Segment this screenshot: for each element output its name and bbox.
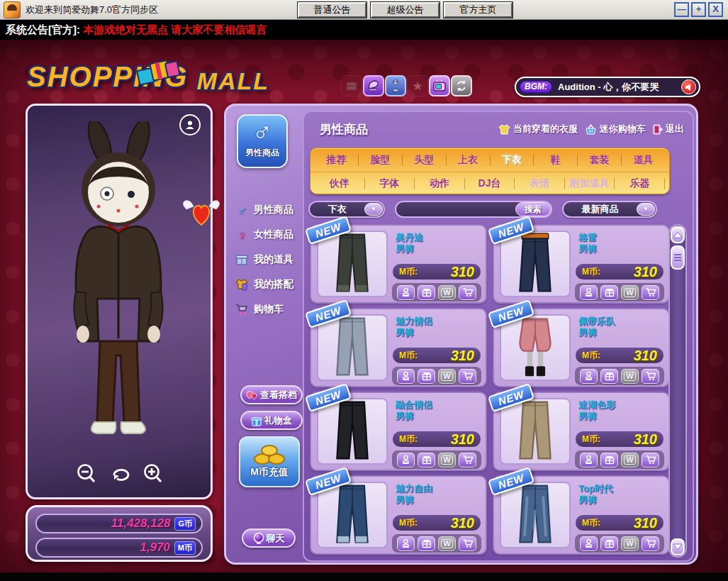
titlebar-button-3[interactable]: 官方主页	[444, 2, 513, 18]
refresh-arrows-icon[interactable]	[451, 75, 472, 96]
chevron-down-icon[interactable]: ▼	[637, 203, 655, 216]
gift-button[interactable]	[418, 536, 435, 551]
tab-鞋[interactable]: 鞋	[534, 154, 577, 167]
currency-label: M币:	[582, 433, 600, 446]
tryon-button[interactable]	[397, 536, 415, 551]
header-link-1[interactable]: 当前穿着的衣服	[498, 123, 578, 135]
speaker-icon[interactable]	[681, 79, 696, 94]
sidebar-item-label: 我的搭配	[254, 278, 293, 291]
buy-cart-button[interactable]	[642, 285, 659, 300]
tryon-button[interactable]	[397, 285, 415, 300]
tv-icon[interactable]	[429, 75, 450, 96]
gift-button[interactable]	[418, 453, 435, 467]
buy-cart-button[interactable]	[459, 453, 476, 467]
tryon-button[interactable]	[580, 536, 598, 551]
tab-下衣[interactable]: 下衣	[491, 154, 534, 167]
sidebar-item-1[interactable]: ♂男性商品	[233, 199, 301, 221]
chat-button[interactable]: 聊天	[242, 529, 296, 548]
product-image[interactable]	[317, 482, 388, 548]
sidebar-button-2[interactable]: 礼物盒	[240, 411, 303, 430]
product-name: 魅力自由男裤	[396, 483, 432, 506]
tab-字体[interactable]: 字体	[365, 177, 415, 190]
category-dropdown[interactable]: 下衣 ▼	[308, 201, 385, 218]
buy-cart-button[interactable]	[459, 536, 476, 551]
tryon-button[interactable]	[580, 369, 598, 384]
tab-伙伴[interactable]: 伙伴	[315, 177, 364, 190]
tab-动作[interactable]: 动作	[415, 177, 464, 190]
sidebar-item-2[interactable]: ♀女性商品	[233, 223, 301, 246]
header-link-2[interactable]: 迷你购物车	[585, 123, 646, 135]
product-image[interactable]	[500, 231, 571, 297]
currency-label: M币:	[582, 350, 600, 362]
buy-cart-button[interactable]	[459, 285, 476, 300]
tab-表情[interactable]: 表情	[515, 177, 564, 190]
product-image[interactable]	[317, 398, 388, 465]
titlebar-button-1[interactable]: 普通公告	[298, 2, 366, 18]
currency-unit-badge: G币	[174, 517, 196, 531]
gift-button[interactable]	[600, 369, 618, 384]
currency-label: M币:	[399, 266, 418, 278]
sort-dropdown[interactable]: 最新商品 ▼	[562, 201, 657, 218]
tab-道具[interactable]: 道具	[622, 154, 665, 167]
sidebar-button-1[interactable]: 查看搭档	[240, 385, 303, 404]
tab-乐器[interactable]: 乐器	[615, 177, 664, 190]
tab-推荐[interactable]: 推荐	[315, 154, 358, 167]
tryon-button[interactable]	[397, 369, 415, 384]
gift-button[interactable]	[418, 285, 435, 300]
zoom-out-button[interactable]	[75, 463, 97, 485]
minimize-button[interactable]: —	[674, 2, 689, 17]
zoom-in-button[interactable]	[142, 463, 164, 485]
tryon-button[interactable]	[397, 453, 415, 467]
product-image[interactable]	[317, 231, 388, 297]
search-button[interactable]: 搜索	[515, 202, 551, 216]
sidebar-item-3[interactable]: 我的道具	[233, 248, 301, 271]
gramophone-icon[interactable]	[363, 75, 384, 96]
product-actions: W	[575, 367, 664, 385]
close-button[interactable]: X	[708, 2, 723, 17]
product-image[interactable]	[500, 398, 571, 465]
buy-cart-button[interactable]	[459, 369, 476, 384]
tab-上衣[interactable]: 上衣	[447, 154, 490, 167]
bgm-song-title: Audition - 心，你不要哭	[558, 81, 681, 94]
titlebar-button-2[interactable]: 超级公告	[371, 2, 439, 18]
mcoin-recharge-button[interactable]: M币充值	[239, 436, 300, 487]
gift-button[interactable]	[418, 369, 435, 384]
crate-icon[interactable]	[341, 75, 362, 96]
tab-DJ台[interactable]: DJ台	[465, 177, 515, 190]
gift-button[interactable]	[600, 285, 618, 300]
gift-button[interactable]	[600, 453, 618, 467]
tab-头型[interactable]: 头型	[403, 154, 446, 167]
product-card: NEWTop时代男裤M币:310W	[493, 475, 670, 555]
product-price-bar: M币:310	[392, 347, 481, 364]
chevron-down-icon[interactable]: ▼	[364, 203, 383, 216]
shop-section-title: 男性商品	[320, 121, 368, 138]
header-link-label: 迷你购物车	[600, 123, 646, 135]
product-image[interactable]	[500, 482, 571, 548]
sidebar-item-4[interactable]: 我的搭配	[233, 273, 301, 296]
gift-button[interactable]	[600, 536, 618, 551]
buy-cart-button[interactable]	[642, 369, 659, 384]
tryon-button[interactable]	[580, 453, 598, 467]
male-category-button[interactable]: ♂ 男性商品	[237, 114, 288, 168]
tab-附加道具[interactable]: 附加道具	[565, 177, 615, 190]
buy-cart-button[interactable]	[642, 536, 659, 551]
sidebar-item-5[interactable]: 购物车	[233, 298, 301, 321]
shopping-mall-logo: SHOPPING MALL	[27, 61, 325, 105]
star-icon[interactable]: ★	[407, 75, 428, 96]
scroll-down-button[interactable]	[671, 538, 685, 555]
tab-套装[interactable]: 套装	[578, 154, 621, 167]
wardrobe-w-button: W	[621, 536, 639, 551]
product-actions: W	[575, 283, 664, 301]
buy-cart-button[interactable]	[642, 453, 659, 467]
product-image[interactable]	[500, 314, 571, 381]
header-link-3[interactable]: 退出	[653, 123, 684, 135]
tab-脸型[interactable]: 脸型	[359, 154, 402, 167]
mannequin-icon[interactable]	[385, 75, 406, 96]
product-image[interactable]	[317, 314, 388, 381]
wardrobe-w-button: W	[438, 453, 456, 467]
tryon-button[interactable]	[580, 285, 598, 300]
scrollbar-thumb[interactable]	[671, 245, 685, 270]
scroll-up-button[interactable]	[671, 226, 685, 243]
rotate-button[interactable]	[108, 463, 130, 485]
maximize-button[interactable]: +	[691, 2, 706, 17]
